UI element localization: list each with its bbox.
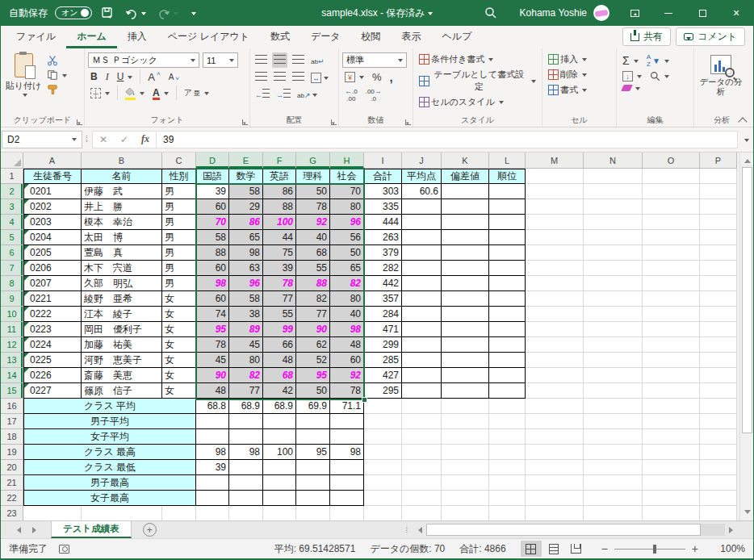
row-header-4[interactable]: 4 <box>1 215 23 230</box>
italic-button[interactable]: I <box>103 70 111 84</box>
row-header-12[interactable]: 12 <box>1 337 23 353</box>
grid-cell[interactable]: 75 <box>263 245 296 261</box>
grid-cell[interactable]: 80 <box>330 199 364 215</box>
grid-cell[interactable] <box>364 399 402 414</box>
format-as-table-button[interactable]: テーブルとして書式設定 <box>417 68 538 94</box>
grid-cell[interactable]: 444 <box>364 215 402 230</box>
grid-cell[interactable] <box>263 429 296 445</box>
grid-cell[interactable]: 74 <box>196 307 229 322</box>
grid-cell[interactable]: 0227 <box>23 383 82 399</box>
grid-cell[interactable] <box>643 322 700 337</box>
grid-cell[interactable] <box>442 506 489 520</box>
grid-cell[interactable] <box>526 184 584 199</box>
grid-cell[interactable] <box>584 475 643 491</box>
grid-cell[interactable]: 理科 <box>296 169 330 184</box>
font-size-select[interactable]: 11 <box>203 52 238 68</box>
grid-cell[interactable] <box>526 322 584 337</box>
vertical-scrollbar[interactable] <box>739 153 753 520</box>
grid-cell[interactable]: 96 <box>229 276 263 291</box>
grid-cell[interactable]: 29 <box>229 199 263 215</box>
grid-cell[interactable] <box>229 414 263 429</box>
grid-cell[interactable]: 88 <box>263 199 296 215</box>
row-header-21[interactable]: 21 <box>1 475 23 491</box>
grid-cell[interactable]: 井上 勝 <box>82 199 162 215</box>
grid-cell[interactable] <box>23 506 82 520</box>
grid-cell[interactable]: 数学 <box>229 169 263 184</box>
grid-cell[interactable] <box>489 383 526 399</box>
grid-cell[interactable]: 伊藤 武 <box>82 184 162 199</box>
grid-cell[interactable]: 48 <box>263 353 296 368</box>
autosum-button[interactable]: Σ <box>620 53 641 68</box>
zoom-in-button[interactable]: + <box>692 542 698 555</box>
column-header-K[interactable]: K <box>442 153 489 169</box>
row-header-19[interactable]: 19 <box>1 445 23 460</box>
column-header-P[interactable]: P <box>700 153 737 169</box>
grid-cell[interactable]: 65 <box>229 230 263 245</box>
grid-cell[interactable]: 女 <box>162 383 196 399</box>
grid-cell[interactable]: 80 <box>330 291 364 307</box>
wrap-text-button[interactable]: ab↵ <box>309 52 325 68</box>
horizontal-scrollbar[interactable] <box>426 524 725 536</box>
analyze-data-button[interactable]: データの分析 <box>697 52 744 96</box>
grid-cell[interactable] <box>526 199 584 215</box>
grid-cell[interactable] <box>402 215 442 230</box>
row-header-6[interactable]: 6 <box>1 245 23 261</box>
grid-cell[interactable] <box>330 460 364 475</box>
fill-handle[interactable] <box>362 397 367 403</box>
grid-cell[interactable] <box>442 307 489 322</box>
grid-cell[interactable]: 63 <box>229 261 263 276</box>
grid-cell[interactable]: 0202 <box>23 199 82 215</box>
column-header-L[interactable]: L <box>489 153 526 169</box>
font-name-select[interactable]: ＭＳ Ｐゴシック <box>88 52 199 68</box>
grid-cell[interactable]: 太田 博 <box>82 230 162 245</box>
redo-button[interactable] <box>155 6 180 21</box>
grid-cell[interactable]: クラス 最低 <box>23 460 196 475</box>
increase-decimal-button[interactable]: ←.0.00 <box>342 86 360 103</box>
grid-cell[interactable] <box>489 245 526 261</box>
grid-cell[interactable]: 58 <box>196 230 229 245</box>
search-icon[interactable] <box>483 5 499 21</box>
grid-cell[interactable] <box>526 475 584 491</box>
row-header-15[interactable]: 15 <box>1 383 23 399</box>
row-header-18[interactable]: 18 <box>1 429 23 445</box>
grid-cell[interactable]: 40 <box>330 307 364 322</box>
grid-cell[interactable] <box>489 230 526 245</box>
grid-cell[interactable]: 男 <box>162 261 196 276</box>
grid-cell[interactable]: 社会 <box>330 169 364 184</box>
grid-cell[interactable]: 0223 <box>23 322 82 337</box>
cell-styles-button[interactable]: セルのスタイル <box>417 95 506 109</box>
grid-cell[interactable] <box>584 353 643 368</box>
grid-cell[interactable]: 男 <box>162 184 196 199</box>
ribbon-display-options-button[interactable] <box>618 0 651 26</box>
grid-cell[interactable] <box>526 261 584 276</box>
grid-cell[interactable] <box>643 475 700 491</box>
tab-help[interactable]: ヘルプ <box>432 26 483 48</box>
grid-cell[interactable] <box>584 399 643 414</box>
zoom-slider[interactable] <box>614 549 685 550</box>
share-button[interactable]: 共有 <box>622 27 671 46</box>
previous-sheet-button[interactable] <box>14 527 21 533</box>
grid-cell[interactable] <box>442 353 489 368</box>
grid-cell[interactable]: 女子最高 <box>23 491 196 506</box>
grid-cell[interactable]: 58 <box>229 291 263 307</box>
grid-cell[interactable] <box>643 506 700 520</box>
grid-cell[interactable]: 92 <box>296 215 330 230</box>
grid-cell[interactable]: 生徒番号 <box>23 169 82 184</box>
grid-cell[interactable] <box>364 445 402 460</box>
grid-cell[interactable] <box>402 506 442 520</box>
align-middle-button[interactable] <box>272 52 287 68</box>
grid-cell[interactable] <box>402 429 442 445</box>
grid-cell[interactable]: 71.1 <box>330 399 364 414</box>
grid-cell[interactable]: 60 <box>196 291 229 307</box>
align-top-button[interactable] <box>253 52 269 68</box>
grid-cell[interactable]: 335 <box>364 199 402 215</box>
font-color-button[interactable]: A <box>150 86 171 99</box>
vertical-scroll-thumb[interactable] <box>742 167 752 433</box>
grid-cell[interactable] <box>196 491 229 506</box>
grid-cell[interactable] <box>643 353 700 368</box>
grid-cell[interactable]: 0205 <box>23 245 82 261</box>
row-header-14[interactable]: 14 <box>1 368 23 383</box>
grid-cell[interactable] <box>489 491 526 506</box>
column-header-J[interactable]: J <box>402 153 442 169</box>
autosave-toggle[interactable]: オン <box>55 6 92 19</box>
